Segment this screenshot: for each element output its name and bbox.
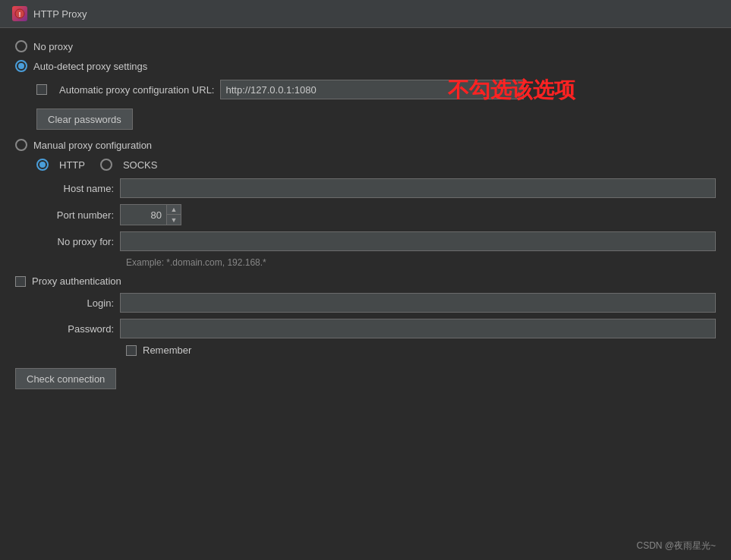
auto-proxy-url-label: Automatic proxy configuration URL: [59,84,214,96]
auto-proxy-url-row: Automatic proxy configuration URL: [36,80,716,99]
password-input[interactable] [120,319,716,338]
password-row: Password: [36,319,716,338]
manual-proxy-radio[interactable] [15,139,27,151]
auto-detect-radio[interactable] [15,60,27,72]
socks-label: SOCKS [123,159,158,171]
host-name-label: Host name: [36,183,120,194]
remember-checkbox[interactable] [126,345,137,356]
no-proxy-for-label: No proxy for: [36,236,120,247]
auto-detect-section: Automatic proxy configuration URL: Clear… [36,80,716,130]
login-label: Login: [36,297,120,309]
main-content: No proxy Auto-detect proxy settings Auto… [0,28,731,401]
no-proxy-radio[interactable] [15,40,27,52]
protocol-row: HTTP SOCKS [36,159,716,171]
no-proxy-for-row: No proxy for: [36,231,716,251]
host-name-input[interactable] [120,178,716,198]
port-number-row: Port number: ▲ ▼ [36,204,716,225]
port-down-button[interactable]: ▼ [167,215,181,225]
title-bar: ! HTTP Proxy [0,0,731,28]
port-input-wrap: ▲ ▼ [120,204,181,225]
socks-radio[interactable] [100,159,112,171]
socks-option[interactable]: SOCKS [100,159,158,171]
no-proxy-row[interactable]: No proxy [15,40,716,52]
clear-passwords-button[interactable]: Clear passwords [36,109,133,130]
proxy-auth-checkbox[interactable] [15,276,26,287]
port-spinners: ▲ ▼ [166,205,181,225]
login-row: Login: [36,293,716,313]
check-connection-button[interactable]: Check connection [15,368,116,389]
remember-row[interactable]: Remember [126,344,716,356]
port-up-button[interactable]: ▲ [167,205,181,215]
manual-proxy-row[interactable]: Manual proxy configuration [15,139,716,151]
proxy-auth-label: Proxy authentication [32,275,121,287]
auto-detect-row[interactable]: Auto-detect proxy settings [15,60,716,72]
footer-credit: CSDN @夜雨星光~ [636,540,716,552]
proxy-url-input[interactable] [220,80,524,99]
host-name-row: Host name: [36,178,716,198]
port-number-label: Port number: [36,209,120,221]
window-title: HTTP Proxy [33,8,87,20]
example-text: Example: *.domain.com, 192.168.* [126,257,716,268]
password-label: Password: [36,323,120,335]
svg-text:!: ! [19,11,21,18]
auto-proxy-checkbox[interactable] [36,84,47,95]
no-proxy-for-input[interactable] [120,231,716,251]
remember-label: Remember [143,344,191,356]
http-radio[interactable] [36,159,49,171]
auth-section: Login: Password: Remember [36,293,716,356]
http-label: HTTP [59,159,85,171]
port-input[interactable] [121,205,166,225]
proxy-auth-row[interactable]: Proxy authentication [15,275,716,287]
manual-proxy-label: Manual proxy configuration [33,140,152,151]
manual-config-section: HTTP SOCKS Host name: Port number: ▲ ▼ [36,159,716,268]
app-icon: ! [12,6,27,21]
http-option[interactable]: HTTP [36,159,85,171]
auto-detect-label: Auto-detect proxy settings [33,61,147,72]
no-proxy-label: No proxy [33,41,73,52]
login-input[interactable] [120,293,716,313]
